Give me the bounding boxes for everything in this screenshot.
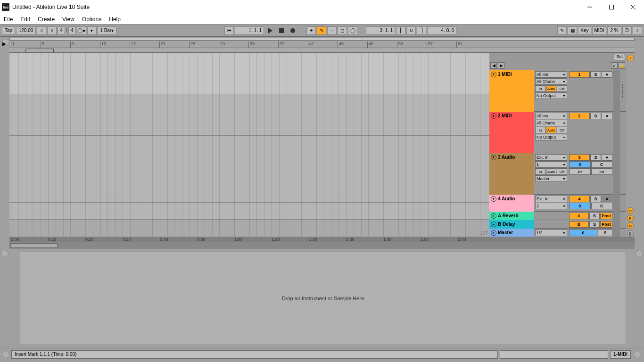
arm-button[interactable]: ● [602,71,612,78]
loop-brace-lane[interactable] [9,48,635,53]
menu-create[interactable]: Create [38,16,55,23]
solo-button[interactable]: S [590,154,601,161]
arm-button[interactable]: ● [602,113,612,119]
minimize-button[interactable] [579,0,601,14]
return-header[interactable]: ▸B DelayBSPost [489,220,626,228]
track-header[interactable]: ▾3 AudioExt. In1InAutoOffMaster3S●0C-inf… [489,153,626,194]
arrangement-position[interactable]: 1. 1. 1 [235,26,264,35]
input-channel-select[interactable]: 1 [535,161,567,168]
io-section-toggle[interactable]: io [627,207,634,214]
monitor-in-button[interactable]: In [535,127,545,133]
maximize-button[interactable] [601,0,622,14]
punch-out-button[interactable]: ⎤ [417,26,426,35]
solo-button[interactable]: S [590,196,601,202]
track-resize-grip[interactable] [620,212,625,220]
pan-control[interactable]: 0 [569,161,591,168]
menu-view[interactable]: View [62,16,74,23]
next-locator-button[interactable]: ▶ [498,62,504,69]
draw-mode-button[interactable]: ✎ [557,26,567,35]
help-toggle-icon[interactable] [634,351,641,358]
menu-options[interactable]: Options [82,16,101,23]
horizontal-scrollbar[interactable] [9,242,635,249]
monitor-off-button[interactable]: Off [557,85,567,92]
track-title[interactable]: ▾2 MIDI [489,112,534,153]
track-resize-grip[interactable] [620,195,625,212]
track-header[interactable]: ▾1 MIDIAll InsAll ChannInAutoOffNo Outpu… [489,70,626,111]
cue-out-select[interactable]: 1/2 [535,230,567,236]
menu-file[interactable]: File [4,16,13,23]
tap-tempo-button[interactable]: Tap [2,26,15,35]
fold-button[interactable]: ▾ [491,155,496,160]
back-to-arrangement-button[interactable]: ↙ [611,62,618,69]
automation-arm-button[interactable]: ✎ [317,26,326,35]
record-button[interactable] [288,26,298,35]
menu-edit[interactable]: Edit [20,16,30,23]
monitor-auto-button[interactable]: Auto [546,168,556,175]
metronome-menu[interactable]: ▾ [87,26,97,35]
track-activator-button[interactable]: 1 [569,71,590,78]
track-activator-button[interactable]: B [569,221,589,228]
output-select[interactable]: Master [535,175,567,182]
arm-button[interactable]: ● [602,196,612,202]
master-header[interactable]: ▸Master1/20S0 [489,228,626,237]
track-header[interactable]: ▾4 AudioExt. In24S●0C [489,194,626,211]
clip-lane-area[interactable]: 1/1 [9,53,489,237]
track-resize-grip[interactable] [620,70,625,112]
loop-brace[interactable] [25,49,54,53]
session-arrangement-toggle[interactable]: ≡ [627,55,634,61]
fold-button[interactable]: ▾ [491,72,496,77]
midi-map-button[interactable]: MIDI [592,26,606,35]
monitor-in-button[interactable]: In [535,168,545,175]
track-resize-grip[interactable] [620,112,625,153]
follow-button[interactable]: ↦ [224,26,234,35]
tempo-field[interactable]: 120.00 [16,26,36,35]
track-title[interactable]: ▾4 Audio [489,195,534,212]
delay-toggle[interactable]: D [627,230,634,237]
preview-button[interactable] [2,351,9,358]
fold-button[interactable]: ▸ [491,222,496,227]
track-resize-grip[interactable] [620,153,625,195]
play-button[interactable] [265,26,275,35]
metronome-button[interactable]: ◯● [77,26,86,35]
track-activator-button[interactable]: 3 [569,154,590,161]
track-activator-button[interactable]: 4 [569,196,590,202]
monitor-auto-button[interactable]: Auto [546,127,556,133]
input-type-select[interactable]: Ext. In [535,154,567,161]
punch-in-button[interactable]: ⎡ [396,26,405,35]
scrollbar-thumb[interactable] [10,243,58,248]
return-header[interactable]: ▸A ReverbASPost [489,211,626,220]
track-resize-grip[interactable] [620,229,625,237]
post-pre-button[interactable]: Post [600,221,612,228]
fold-button[interactable]: ▸ [491,230,496,236]
track-title[interactable]: ▾3 Audio [489,153,534,195]
overdub-button[interactable]: + [306,26,316,35]
device-drop-area[interactable]: Drop an Instrument or Sample Here [20,252,626,345]
detail-toggle-icon[interactable] [1,250,8,257]
nudge-up-button[interactable]: ⦀ [47,26,57,35]
set-button[interactable]: Set [614,54,625,60]
solo-button[interactable]: S [589,221,600,228]
post-pre-button[interactable]: Post [600,213,612,219]
clip-device-toggle[interactable] [636,250,643,257]
fold-button[interactable]: ▸ [491,213,496,219]
reenable-automation-button[interactable]: ← [327,26,337,35]
solo-button[interactable]: S [589,213,600,219]
output-select[interactable]: No Output [535,134,567,140]
lock-envelopes-button[interactable]: 🔒 [619,62,625,69]
session-record-button[interactable]: ◯ [348,26,357,35]
loop-start[interactable]: 3. 1. 1 [366,26,395,35]
arm-button[interactable]: ● [602,154,612,161]
solo-button[interactable]: S [590,71,601,78]
loop-button[interactable]: ↻ [406,26,416,35]
returns-toggle[interactable]: R [627,215,634,222]
close-button[interactable] [622,0,644,14]
time-ruler[interactable]: 0:000:100:200:300:400:501:001:101:201:30… [9,237,635,242]
computer-midi-button[interactable]: ▦ [568,26,577,35]
quantize-menu[interactable]: 1 Bar ▾ [98,26,116,35]
solo-button[interactable]: S [590,113,601,119]
sig-den[interactable]: 4 [68,26,76,35]
track-resize-grip[interactable] [620,220,625,229]
add-locator-button[interactable]: ◀ [490,62,497,69]
capture-button[interactable]: ◻ [338,26,347,35]
nudge-down-button[interactable]: ⦀ [37,26,46,35]
